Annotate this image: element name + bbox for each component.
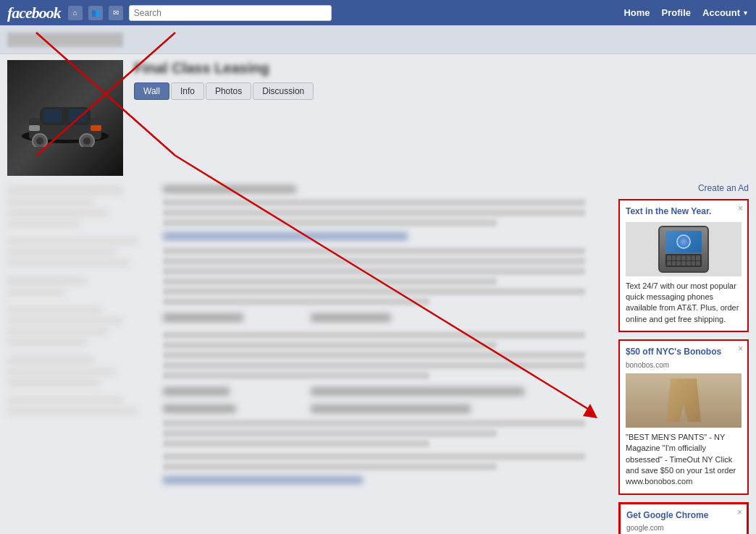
sidebar-extra-section (7, 276, 152, 297)
field2-value-text (311, 387, 524, 396)
ad-bonobos-source: bonobos.com (626, 361, 742, 369)
home-icon[interactable]: ⌂ (68, 6, 83, 20)
sidebar-stat3 (7, 327, 109, 336)
field2-value (311, 385, 577, 398)
nav-right-links: Home Profile Account ▼ (623, 7, 749, 18)
field-label (163, 311, 296, 324)
field2-label (163, 385, 296, 398)
account-dropdown-arrow: ▼ (742, 9, 749, 17)
left-sidebar (7, 183, 152, 534)
svg-rect-12 (69, 109, 87, 122)
ad-att-image (626, 222, 742, 276)
ad-chrome-source: google.com (626, 524, 741, 532)
sidebar-extra-label (7, 276, 87, 286)
svg-rect-14 (91, 125, 101, 131)
sidebar-stats-section (7, 305, 152, 347)
facebook-logo[interactable]: facebook (7, 4, 61, 22)
post-content-1 (163, 199, 608, 226)
sidebar-info-value2 (7, 208, 109, 217)
profile-nav-link[interactable]: Profile (662, 7, 691, 18)
ad-bonobos-image (626, 373, 742, 428)
field2-label-text (163, 387, 230, 396)
svg-rect-11 (43, 109, 62, 122)
sidebar-info-label (7, 185, 123, 195)
sidebar-admin-section (7, 355, 152, 387)
feed-field-row-2 (163, 385, 608, 398)
tab-discussion[interactable]: Discussion (253, 82, 314, 100)
ad-att-title: Text in the New Year. (626, 206, 731, 218)
field-label-text (163, 313, 243, 322)
nav-icons-group: ⌂ 👥 ✉ (68, 6, 123, 20)
ad-att-description: Text 24/7 with our most popular quick me… (626, 281, 742, 326)
email-contact (163, 476, 608, 484)
profile-picture-area: Final Class Leasing Wall Info Photos Dis… (0, 60, 756, 176)
sidebar-link2 (7, 247, 116, 256)
tab-wall[interactable]: Wall (134, 82, 169, 100)
profile-tabs: Wall Info Photos Discussion (134, 82, 738, 100)
car-image (7, 60, 123, 176)
att-screen (665, 231, 702, 253)
att-keyboard (665, 254, 702, 267)
sidebar-stat2 (7, 316, 123, 325)
sidebar-basic-info (7, 185, 152, 228)
sidebar-admin-value1 (7, 368, 116, 376)
website-link (163, 232, 608, 240)
post-meta (163, 185, 608, 193)
profile-header-image (7, 33, 123, 47)
main-content-area: Create an Ad × Text in the New Year. (0, 176, 756, 534)
car-svg (18, 89, 112, 147)
sidebar-links-section (7, 237, 152, 267)
ad-card-chrome: × Get Google Chrome google.com Google Ch… (618, 502, 749, 534)
tab-photos[interactable]: Photos (206, 82, 251, 100)
top-navigation: facebook ⌂ 👥 ✉ Home Profile Account ▼ (0, 0, 756, 25)
field3-value-text (311, 404, 471, 413)
ad-card-att: × Text in the New Year. (618, 199, 749, 332)
post-description (163, 331, 608, 379)
svg-point-8 (36, 137, 43, 145)
feed-fields (163, 311, 608, 324)
svg-point-10 (83, 137, 91, 145)
sidebar-stat1 (7, 305, 101, 314)
ad-card-bonobos: × $50 off NYC's Bonobos bonobos.com "BES… (618, 339, 749, 495)
field-value (311, 311, 577, 324)
messages-icon[interactable]: ✉ (109, 6, 123, 20)
email-link (163, 476, 363, 484)
sidebar-admin-value2 (7, 378, 101, 387)
sidebar-admin-label (7, 355, 94, 365)
ad-bonobos-description: "BEST MEN'S PANTS" - NY Magazine "I'm of… (626, 432, 742, 488)
profile-picture (7, 60, 123, 176)
ad-bonobos-close-button[interactable]: × (738, 344, 743, 354)
sidebar-extra-link2 (7, 407, 138, 415)
post-extra (163, 420, 608, 447)
sidebar-link1 (7, 237, 138, 245)
ad-att-close-button[interactable]: × (738, 203, 743, 213)
post-meta-label (163, 185, 296, 193)
att-phone-graphic (658, 226, 709, 273)
create-ad-link[interactable]: Create an Ad (618, 183, 749, 193)
feed-content (163, 183, 608, 534)
svg-rect-13 (29, 125, 40, 131)
page-wrapper: Final Class Leasing Wall Info Photos Dis… (0, 25, 756, 534)
sidebar-extra-links (7, 396, 152, 415)
feed-field-row-3 (163, 402, 608, 415)
sidebar-info-value3 (7, 219, 80, 228)
field3-label-text (163, 404, 236, 413)
ad-chrome-title: Get Google Chrome (626, 510, 730, 522)
tab-info[interactable]: Info (171, 82, 204, 100)
page-name: Final Class Leasing (134, 60, 738, 77)
att-logo (676, 234, 691, 249)
search-input[interactable] (129, 5, 332, 21)
account-nav-link[interactable]: Account ▼ (702, 7, 749, 18)
home-nav-link[interactable]: Home (623, 7, 650, 18)
field3-value (311, 402, 577, 415)
profile-info: Final Class Leasing Wall Info Photos Dis… (123, 60, 749, 176)
ad-chrome-close-button[interactable]: × (737, 507, 742, 517)
post-body (163, 247, 608, 305)
field-value-text (311, 313, 391, 322)
sidebar-link3 (7, 258, 130, 267)
sidebar-info-value1 (7, 198, 94, 206)
ad-bonobos-title: $50 off NYC's Bonobos (626, 347, 731, 358)
link-text (163, 232, 408, 240)
sidebar-extra-link1 (7, 396, 123, 404)
friends-icon[interactable]: 👥 (88, 6, 103, 20)
